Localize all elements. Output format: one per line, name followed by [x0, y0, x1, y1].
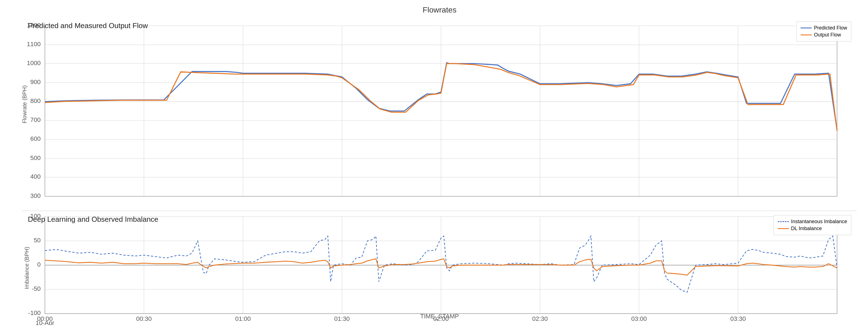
top-chart-legend: Predicted Flow Output Flow: [797, 22, 851, 41]
svg-text:03:00: 03:00: [631, 315, 647, 322]
svg-text:02:30: 02:30: [532, 315, 548, 322]
svg-text:700: 700: [30, 116, 41, 123]
svg-text:800: 800: [30, 97, 41, 104]
svg-text:400: 400: [30, 173, 41, 180]
svg-text:03:30: 03:30: [731, 315, 746, 322]
top-chart: Predicted and Measured Output Flow Predi…: [22, 17, 857, 211]
legend-line-predicted: [801, 28, 812, 28]
svg-text:01:00: 01:00: [235, 315, 251, 322]
bottom-chart: Deep Learning and Observed Imbalance Ins…: [22, 211, 857, 325]
chart-title: Flowrates: [22, 6, 857, 14]
bottom-chart-label: Deep Learning and Observed Imbalance: [28, 215, 158, 224]
top-chart-label: Predicted and Measured Output Flow: [28, 22, 148, 30]
legend-line-dl: [778, 228, 789, 229]
svg-text:50: 50: [34, 236, 41, 243]
charts-wrapper: Predicted and Measured Output Flow Predi…: [22, 17, 857, 310]
svg-text:10-Apr: 10-Apr: [36, 320, 55, 325]
svg-text:1000: 1000: [27, 60, 41, 67]
legend-item-instantaneous: Instantaneous Imbalance: [778, 219, 847, 225]
top-chart-svg: .grid-line { stroke: #ccc; stroke-width:…: [22, 17, 857, 211]
bottom-chart-legend: Instantaneous Imbalance DL Imbalance: [774, 215, 851, 235]
legend-line-output: [801, 34, 812, 35]
svg-text:02:00: 02:00: [433, 315, 449, 322]
legend-label-output: Output Flow: [814, 32, 841, 38]
legend-label-instantaneous: Instantaneous Imbalance: [791, 219, 847, 225]
svg-text:1100: 1100: [27, 41, 41, 47]
svg-text:01:30: 01:30: [334, 315, 350, 322]
legend-item-output: Output Flow: [801, 32, 847, 38]
bottom-chart-svg: .grid-line2 { stroke: #ccc; stroke-width…: [22, 211, 857, 325]
legend-item-dl: DL Imbalance: [778, 226, 847, 232]
legend-item-predicted: Predicted Flow: [801, 25, 847, 31]
legend-line-instantaneous: [778, 221, 789, 222]
svg-text:00:30: 00:30: [136, 315, 152, 322]
bottom-y-axis-label: Imbalance (BPH): [24, 247, 30, 289]
svg-text:-50: -50: [32, 285, 41, 292]
chart-container: Flowrates Predicted and Measured Output …: [0, 0, 868, 335]
svg-text:500: 500: [30, 155, 41, 161]
svg-text:900: 900: [30, 78, 41, 86]
top-y-axis-label: Flowrate (BPH): [22, 85, 28, 123]
svg-text:300: 300: [30, 192, 41, 199]
svg-text:600: 600: [30, 135, 41, 142]
svg-text:0: 0: [37, 261, 41, 268]
legend-label-dl: DL Imbalance: [791, 226, 822, 232]
legend-label-predicted: Predicted Flow: [814, 25, 847, 31]
